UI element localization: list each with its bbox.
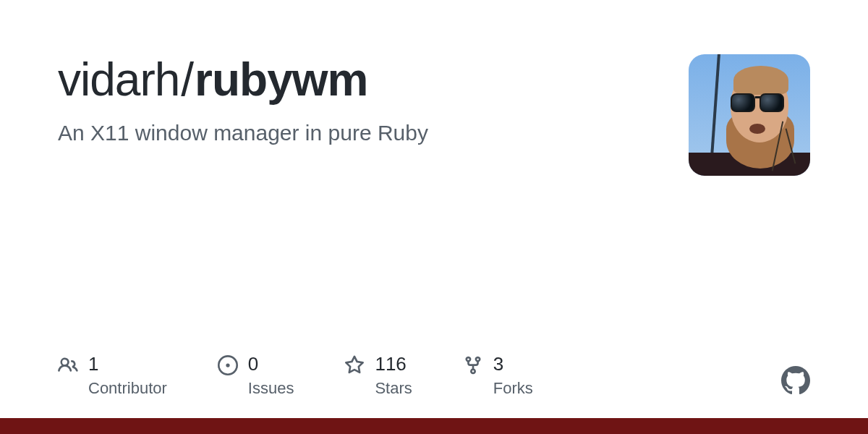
header-row: vidarh/rubywm An X11 window manager in p…: [58, 54, 810, 176]
people-icon: [58, 355, 78, 375]
issues-label: Issues: [248, 379, 294, 398]
stats-row: 1 Contributor 0 Issues 116 Stars: [58, 354, 810, 398]
owner-avatar[interactable]: [689, 54, 810, 176]
repo-name[interactable]: rubywm: [195, 54, 367, 106]
stat-forks[interactable]: 3 Forks: [463, 354, 533, 398]
stars-value: 116: [375, 354, 412, 375]
forks-label: Forks: [493, 379, 533, 398]
language-color-bar: [0, 418, 868, 434]
stat-contributors[interactable]: 1 Contributor: [58, 354, 167, 398]
repo-card: vidarh/rubywm An X11 window manager in p…: [0, 0, 868, 434]
contributors-value: 1: [88, 354, 167, 375]
repo-owner[interactable]: vidarh: [58, 54, 179, 106]
forks-value: 3: [493, 354, 533, 375]
repo-slash: /: [181, 54, 193, 106]
stat-issues[interactable]: 0 Issues: [218, 354, 294, 398]
star-icon: [344, 355, 365, 375]
issues-value: 0: [248, 354, 294, 375]
contributors-label: Contributor: [88, 379, 167, 398]
fork-icon: [463, 355, 483, 375]
github-logo-icon[interactable]: [781, 366, 810, 395]
stat-stars[interactable]: 116 Stars: [344, 354, 412, 398]
title-block: vidarh/rubywm An X11 window manager in p…: [58, 54, 660, 145]
stars-label: Stars: [375, 379, 412, 398]
issue-icon: [218, 355, 238, 375]
repo-title: vidarh/rubywm: [58, 54, 660, 105]
repo-description: An X11 window manager in pure Ruby: [58, 121, 660, 145]
